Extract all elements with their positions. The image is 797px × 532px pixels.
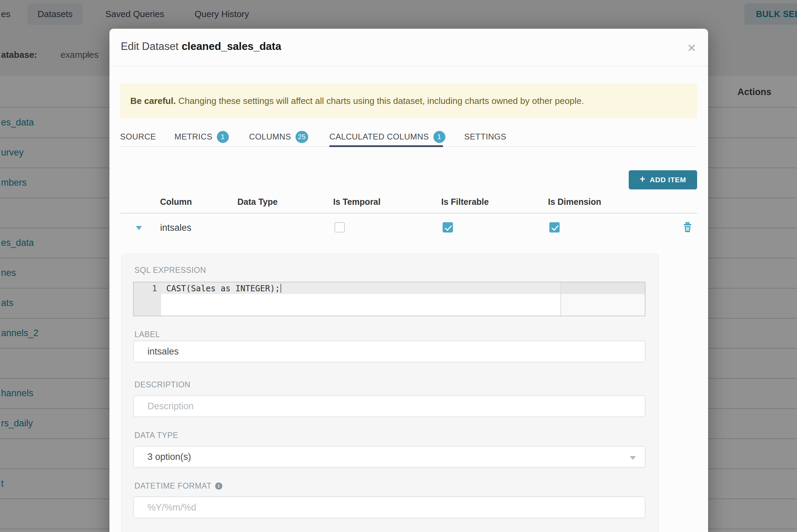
description-input[interactable]	[133, 395, 645, 417]
trash-icon[interactable]	[683, 222, 692, 232]
tab-count-badge: 1	[433, 131, 445, 143]
chevron-down-icon	[630, 456, 636, 460]
warning-rest: Changing these settings will affect all …	[176, 96, 584, 106]
is-temporal-checkbox[interactable]	[335, 222, 345, 232]
datetime-format-input[interactable]	[133, 496, 645, 518]
label-input[interactable]	[133, 341, 645, 362]
columns-table-header-divider	[120, 213, 697, 214]
info-icon[interactable]: i	[215, 482, 222, 490]
row-column-name: intsales	[160, 223, 192, 233]
warning-bold: Be careful.	[130, 96, 176, 106]
add-item-button[interactable]: + ADD ITEM	[629, 170, 697, 189]
col-header-is-filterable: Is Filterable	[441, 197, 489, 207]
col-header-data-type: Data Type	[237, 197, 278, 207]
modal-title-prefix: Edit Dataset	[121, 40, 179, 52]
close-icon[interactable]: ✕	[683, 40, 700, 56]
tab-settings[interactable]: SETTINGS	[464, 130, 506, 144]
tab-metrics[interactable]: METRICS1	[174, 130, 229, 144]
calculated-column-detail-panel: SQL EXPRESSION 1 CAST(Sales as INTEGER);…	[121, 254, 659, 532]
datetime-format-field-label: DATETIME FORMAT i	[134, 481, 222, 491]
tab-label: CALCULATED COLUMNS	[329, 132, 429, 142]
label-field-label: LABEL	[134, 330, 160, 339]
tab-label: COLUMNS	[249, 132, 291, 142]
collapse-caret-icon[interactable]	[136, 226, 142, 230]
tab-count-badge: 25	[296, 131, 308, 143]
warning-banner-text: Be careful. Changing these settings will…	[130, 96, 584, 106]
editor-line-number-gutter: 1	[134, 282, 161, 316]
editor-print-margin	[560, 282, 645, 316]
tab-label: METRICS	[174, 132, 212, 142]
col-header-is-temporal: Is Temporal	[333, 197, 380, 207]
data-type-selected-value: 3 option(s)	[147, 452, 191, 462]
is-filterable-checkbox[interactable]	[443, 222, 453, 232]
edit-dataset-modal: Edit Datasetcleaned_sales_data ✕ Be care…	[109, 29, 708, 532]
sql-code-line: CAST(Sales as INTEGER);	[166, 283, 281, 294]
add-item-label: ADD ITEM	[650, 176, 686, 184]
tab-label: SOURCE	[120, 132, 156, 142]
plus-icon: +	[640, 174, 645, 185]
sql-expression-editor[interactable]: 1 CAST(Sales as INTEGER);	[133, 282, 645, 316]
modal-header: Edit Datasetcleaned_sales_data ✕	[109, 29, 708, 66]
tab-label: SETTINGS	[464, 132, 506, 142]
tab-source[interactable]: SOURCE	[120, 130, 156, 144]
tab-columns[interactable]: COLUMNS25	[249, 130, 308, 144]
col-header-column: Column	[160, 197, 192, 207]
sql-expression-label: SQL EXPRESSION	[134, 266, 206, 275]
warning-banner: Be careful. Changing these settings will…	[120, 83, 697, 118]
datetime-format-label-text: DATETIME FORMAT	[134, 481, 211, 491]
tab-calculated-columns[interactable]: CALCULATED COLUMNS1	[329, 130, 445, 144]
modal-title-dataset-name: cleaned_sales_data	[182, 40, 281, 52]
col-header-is-dimension: Is Dimension	[548, 197, 601, 207]
description-field-label: DESCRIPTION	[134, 380, 191, 389]
tab-count-badge: 1	[217, 131, 229, 143]
sql-code-text: CAST(Sales as INTEGER);	[166, 284, 280, 293]
data-type-field-label: DATA TYPE	[134, 431, 178, 440]
modal-title: Edit Datasetcleaned_sales_data	[121, 40, 281, 53]
text-cursor	[280, 284, 281, 293]
data-type-select[interactable]: 3 option(s)	[133, 446, 645, 468]
active-tab-underline	[329, 145, 443, 147]
is-dimension-checkbox[interactable]	[549, 222, 560, 232]
